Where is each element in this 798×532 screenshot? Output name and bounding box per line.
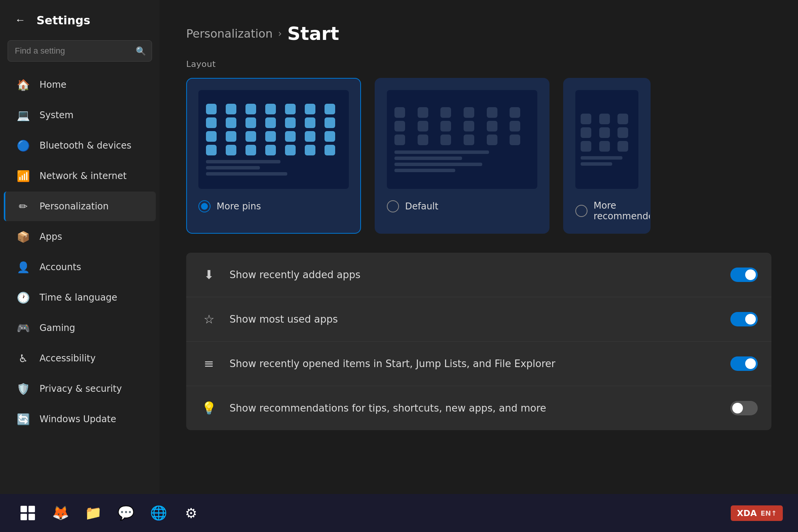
sidebar-item-time[interactable]: 🕐Time & language [4, 283, 156, 312]
sidebar-header: ← Settings [0, 8, 160, 40]
sidebar-item-network[interactable]: 📶Network & internet [4, 161, 156, 191]
xda-sub: EN↑ [761, 509, 777, 517]
search-icon: 🔍 [136, 46, 146, 56]
settings-row-recently-added[interactable]: ⬇Show recently added apps [186, 253, 771, 297]
time-icon: 🕐 [15, 290, 31, 306]
sidebar-item-label-personalization: Personalization [40, 201, 109, 212]
sidebar-item-update[interactable]: 🔄Windows Update [4, 404, 156, 434]
layout-card-more-recommended[interactable]: More recommended [563, 78, 651, 234]
sidebar-item-label-gaming: Gaming [40, 323, 75, 333]
sidebar-item-system[interactable]: 💻System [4, 100, 156, 130]
network-icon: 📶 [15, 168, 31, 184]
sidebar-item-label-bluetooth: Bluetooth & devices [40, 140, 131, 151]
recently-opened-toggle[interactable] [730, 356, 758, 371]
layout-card-more-pins[interactable]: More pins [186, 78, 361, 234]
sidebar-item-home[interactable]: 🏠Home [4, 70, 156, 100]
more-pins-radio-circle [198, 200, 211, 212]
sidebar-item-label-time: Time & language [40, 292, 117, 303]
taskbar-start[interactable] [15, 500, 40, 526]
breadcrumb-separator: › [278, 28, 282, 39]
breadcrumb: Personalization › Start [186, 23, 771, 44]
recently-added-toggle[interactable] [730, 268, 758, 282]
sidebar-item-label-network: Network & internet [40, 171, 127, 181]
accessibility-icon: ♿ [15, 350, 31, 366]
system-icon: 💻 [15, 107, 31, 123]
sidebar-item-apps[interactable]: 📦Apps [4, 222, 156, 252]
sidebar-item-label-accounts: Accounts [40, 262, 81, 272]
settings-row-most-used[interactable]: ☆Show most used apps [186, 297, 771, 342]
sidebar-item-accessibility[interactable]: ♿Accessibility [4, 344, 156, 373]
taskbar-chrome[interactable]: 🌐 [146, 500, 171, 526]
more-recommended-radio-circle [575, 205, 587, 217]
accounts-icon: 👤 [15, 259, 31, 275]
taskbar-left: 🦊📁💬🌐⚙️ [15, 500, 204, 526]
default-preview [387, 90, 537, 189]
sidebar-item-bluetooth[interactable]: 🔵Bluetooth & devices [4, 131, 156, 160]
main-content: Personalization › Start Layout [160, 0, 798, 494]
recommendations-toggle[interactable] [730, 401, 758, 415]
search-input[interactable] [8, 40, 152, 62]
sidebar-item-label-privacy: Privacy & security [40, 383, 122, 394]
xda-label: XDA [737, 508, 757, 518]
sidebar-item-accounts[interactable]: 👤Accounts [4, 252, 156, 282]
most-used-toggle[interactable] [730, 312, 758, 326]
sidebar-item-label-update: Windows Update [40, 414, 116, 424]
taskbar-right: XDA EN↑ [731, 505, 783, 521]
default-radio[interactable]: Default [387, 196, 537, 212]
sidebar-item-personalization[interactable]: ✏️Personalization [4, 192, 156, 221]
nav-list: 🏠Home💻System🔵Bluetooth & devices📶Network… [0, 69, 160, 435]
recently-opened-label: Show recently opened items in Start, Jum… [230, 358, 719, 369]
gaming-icon: 🎮 [15, 320, 31, 336]
recently-added-label: Show recently added apps [230, 269, 719, 280]
recommendations-icon: 💡 [200, 399, 218, 417]
personalization-icon: ✏️ [15, 198, 31, 214]
bluetooth-icon: 🔵 [15, 138, 31, 154]
taskbar-foxpro[interactable]: 🦊 [48, 500, 73, 526]
privacy-icon: 🛡️ [15, 381, 31, 397]
recently-opened-icon: ≡ [200, 355, 218, 373]
sidebar-item-gaming[interactable]: 🎮Gaming [4, 313, 156, 343]
taskbar: 🦊📁💬🌐⚙️ XDA EN↑ [0, 494, 798, 532]
most-used-label: Show most used apps [230, 314, 719, 325]
more-pins-label: More pins [217, 201, 261, 212]
taskbar-discord[interactable]: 💬 [113, 500, 138, 526]
taskbar-files[interactable]: 📁 [81, 500, 106, 526]
breadcrumb-current: Start [287, 23, 339, 44]
recommendations-label: Show recommendations for tips, shortcuts… [230, 402, 719, 414]
recently-added-icon: ⬇ [200, 266, 218, 284]
default-label: Default [405, 201, 439, 212]
more-recommended-preview [575, 90, 638, 189]
search-box: 🔍 [8, 40, 152, 62]
sidebar-item-label-apps: Apps [40, 231, 62, 242]
more-recommended-label: More recommended [594, 200, 651, 222]
home-icon: 🏠 [15, 77, 31, 93]
more-pins-preview [198, 90, 349, 189]
back-button[interactable]: ← [11, 11, 29, 29]
default-radio-circle [387, 200, 399, 212]
settings-row-recently-opened[interactable]: ≡Show recently opened items in Start, Ju… [186, 342, 771, 386]
app-title: Settings [36, 14, 90, 27]
sidebar: ← Settings 🔍 🏠Home💻System🔵Bluetooth & de… [0, 0, 160, 494]
sidebar-item-label-accessibility: Accessibility [40, 353, 96, 364]
layout-section-label: Layout [186, 59, 771, 69]
sidebar-item-privacy[interactable]: 🛡️Privacy & security [4, 374, 156, 404]
more-recommended-radio[interactable]: More recommended [575, 196, 638, 222]
layout-cards: More pins [186, 78, 771, 234]
settings-row-recommendations[interactable]: 💡Show recommendations for tips, shortcut… [186, 386, 771, 430]
windows-logo-icon [21, 506, 35, 520]
taskbar-settings-tray[interactable]: ⚙️ [179, 500, 204, 526]
sidebar-item-label-system: System [40, 110, 74, 120]
xda-badge: XDA EN↑ [731, 505, 783, 521]
update-icon: 🔄 [15, 411, 31, 427]
layout-card-default[interactable]: Default [375, 78, 549, 234]
most-used-icon: ☆ [200, 310, 218, 328]
more-pins-radio[interactable]: More pins [198, 196, 349, 212]
apps-icon: 📦 [15, 229, 31, 245]
settings-list: ⬇Show recently added apps☆Show most used… [186, 253, 771, 430]
breadcrumb-parent: Personalization [186, 27, 272, 40]
sidebar-item-label-home: Home [40, 79, 66, 90]
